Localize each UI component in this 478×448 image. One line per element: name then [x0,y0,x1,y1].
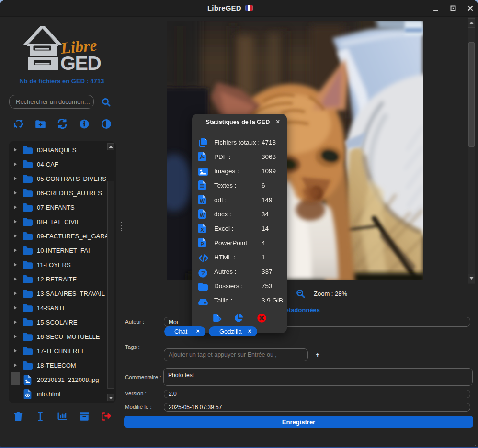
svg-text:X: X [200,227,204,233]
svg-text:P: P [200,241,204,247]
svg-text:W: W [200,213,205,218]
svg-text:W: W [200,198,205,204]
svg-text:GED: GED [60,52,101,72]
svg-text:?: ? [201,269,205,277]
